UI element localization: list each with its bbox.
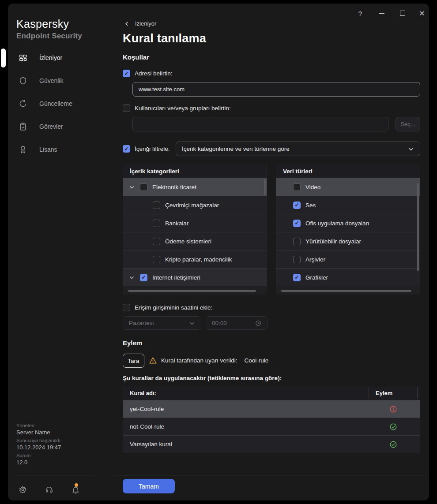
datatype-checkbox[interactable] xyxy=(293,183,301,191)
warning-text: Kural tarafından uyarı verildi: xyxy=(161,357,237,364)
rule-name: not-Cool-rule xyxy=(123,423,164,430)
table-row[interactable]: yet-Cool-rule xyxy=(123,400,420,418)
datatype-checkbox[interactable] xyxy=(293,238,301,245)
divider xyxy=(113,475,426,475)
horizontal-scrollbar[interactable] xyxy=(123,287,267,295)
time-checkbox-row[interactable]: Erişim girişiminin saatini ekle: xyxy=(123,304,212,311)
tasks-icon xyxy=(19,122,27,131)
address-checkbox-row[interactable]: Adresi belirtin: xyxy=(123,70,173,77)
chevron-down-icon[interactable] xyxy=(129,184,135,190)
datatype-checkbox[interactable] xyxy=(293,202,301,209)
datatype-checkbox[interactable] xyxy=(293,256,301,263)
active-indicator xyxy=(1,49,6,67)
help-button[interactable]: ? xyxy=(355,8,365,19)
sidebar-item-label: Güncelleme xyxy=(39,100,72,107)
filter-label: İçeriği filtrele: xyxy=(135,146,170,152)
conditions-heading: Koşullar xyxy=(123,53,149,61)
category-checkbox[interactable] xyxy=(153,238,160,245)
ok-status-icon xyxy=(389,423,397,431)
users-label: Kullanıcıları ve/veya grupları belirtin: xyxy=(135,105,231,112)
warning-status-icon xyxy=(389,405,397,413)
category-checkbox[interactable] xyxy=(140,183,147,191)
category-row[interactable]: Kripto paralar, madencilik xyxy=(123,250,267,268)
horizontal-scrollbar[interactable] xyxy=(276,287,420,295)
category-checkbox[interactable] xyxy=(153,256,160,263)
datatype-checkbox[interactable] xyxy=(293,220,301,227)
sidebar-nav: İzleniyor Güvenlik Güncelleme Görevler L… xyxy=(8,48,113,163)
maximize-icon xyxy=(400,11,405,16)
triggered-rule-name: Cool-rule xyxy=(245,357,269,364)
rule-warning: Kural tarafından uyarı verildi: Cool-rul… xyxy=(149,356,268,365)
titlebar: ? ✕ xyxy=(252,8,429,19)
datatype-label: Grafikler xyxy=(305,274,328,281)
datatype-checkbox[interactable] xyxy=(293,274,301,281)
minimize-icon xyxy=(379,13,384,14)
category-row[interactable]: İnternet iletişimleri xyxy=(123,268,267,286)
column-action[interactable]: Eylem xyxy=(369,390,392,396)
filter-checkbox-row[interactable]: İçeriği filtrele: xyxy=(123,145,170,153)
select-users-button[interactable]: Seç... xyxy=(396,117,420,131)
datatype-row[interactable]: Arşivler xyxy=(276,250,420,268)
sidebar-item-guncelleme[interactable]: Güncelleme xyxy=(8,94,113,113)
datatype-row[interactable]: Ses xyxy=(276,196,420,214)
sidebar-item-lisans[interactable]: Lisans xyxy=(8,140,113,159)
server-info: Yöneten: Server Name Sunucuya bağlanıldı… xyxy=(16,421,62,466)
scan-button[interactable]: Tara xyxy=(123,354,144,368)
category-row[interactable]: Çevrimiçi mağazalar xyxy=(123,196,267,214)
close-button[interactable]: ✕ xyxy=(417,8,427,19)
server-name: Server Name xyxy=(16,429,62,436)
table-row[interactable]: not-Cool-rule xyxy=(123,418,420,435)
category-checkbox[interactable] xyxy=(153,220,160,227)
category-checkbox[interactable] xyxy=(153,202,160,209)
address-checkbox[interactable] xyxy=(123,70,130,77)
sidebar-item-izleniyor[interactable]: İzleniyor xyxy=(8,48,113,67)
column-divider xyxy=(369,388,369,399)
managed-by-label: Yöneten: xyxy=(16,423,62,428)
maximize-button[interactable] xyxy=(397,8,408,19)
category-row[interactable]: Ödeme sistemleri xyxy=(123,232,267,250)
sidebar-item-label: Görevler xyxy=(39,123,63,130)
sidebar-item-guvenlik[interactable]: Güvenlik xyxy=(8,71,113,90)
vertical-scrollbar[interactable] xyxy=(417,183,419,271)
rules-table-header: Kural adı: Eylem xyxy=(123,386,420,400)
chevron-down-icon[interactable] xyxy=(129,275,135,280)
filter-mode-dropdown[interactable]: İçerik kategorilerine ve veri türlerine … xyxy=(176,142,420,156)
support-button[interactable] xyxy=(44,482,54,497)
sidebar-item-gorevler[interactable]: Görevler xyxy=(8,117,113,136)
category-row[interactable]: Bankalar xyxy=(123,214,267,232)
datatype-row[interactable]: Yürütülebilir dosyalar xyxy=(276,232,420,250)
category-checkbox[interactable] xyxy=(140,274,147,281)
rules-table: Kural adı: Eylem yet-Cool-rule not-Cool-… xyxy=(123,386,420,453)
filter-checkbox[interactable] xyxy=(123,145,130,153)
breadcrumb-back[interactable]: İzleniyor xyxy=(124,20,156,27)
ok-button[interactable]: Tamam xyxy=(123,479,175,493)
datatype-row[interactable]: Video xyxy=(276,178,420,196)
table-row[interactable]: Varsayılan kural xyxy=(123,435,420,453)
address-input[interactable]: www.test.site.com xyxy=(132,82,420,97)
category-row[interactable]: Elektronik ticaret xyxy=(123,178,267,196)
users-input[interactable] xyxy=(132,117,388,131)
notification-badge xyxy=(75,483,78,487)
datatype-label: Ses xyxy=(305,202,316,209)
sidebar-item-label: İzleniyor xyxy=(39,54,62,61)
page-title: Kural tanılama xyxy=(123,32,206,45)
time-input[interactable]: 00:00 xyxy=(206,316,267,330)
day-dropdown[interactable]: Pazartesi xyxy=(123,316,201,330)
users-checkbox-row[interactable]: Kullanıcıları ve/veya grupları belirtin: xyxy=(123,105,231,112)
vertical-scrollbar[interactable] xyxy=(264,179,266,195)
settings-button[interactable] xyxy=(18,482,27,497)
datatype-label: Video xyxy=(305,184,320,190)
column-rule-name[interactable]: Kural adı: xyxy=(123,390,369,396)
time-checkbox[interactable] xyxy=(123,304,130,311)
datatype-label: Arşivler xyxy=(305,256,325,263)
content-categories-panel: İçerik kategorileri Elektronik ticaret Ç… xyxy=(123,164,267,295)
warning-icon xyxy=(149,356,157,365)
datatypes-panel-title: Veri türleri xyxy=(276,164,420,178)
notifications-button[interactable] xyxy=(71,482,80,497)
minimize-button[interactable] xyxy=(376,8,387,19)
data-types-panel: Veri türleri Video Ses Ofis uygulama dos… xyxy=(276,164,420,295)
datatype-row[interactable]: Ofis uygulama dosyaları xyxy=(276,214,420,232)
datatype-row[interactable]: Grafikler xyxy=(276,268,420,286)
users-checkbox[interactable] xyxy=(123,105,130,112)
time-value: 00:00 xyxy=(212,320,227,326)
